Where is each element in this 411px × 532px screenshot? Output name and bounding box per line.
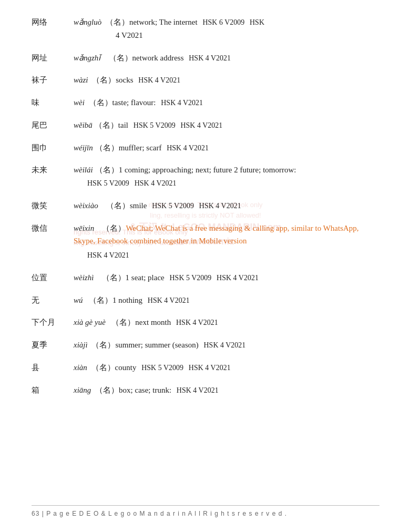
entry-weiba: 尾巴 wěibā（名）tail HSK 5 V2009 HSK 4 V2021 [32, 119, 379, 132]
hsk-weizhi-1: HSK 5 V2009 [169, 274, 211, 282]
pinyin-weixiao: wèixiào [74, 201, 98, 210]
content-wazi: wàzi （名）socks HSK 4 V2021 [74, 74, 379, 87]
pinyin-wangluo: wǎngluò [74, 18, 101, 26]
weilai-line2: HSK 5 V2009 HSK 4 V2021 [32, 177, 379, 190]
entry-wangluo: 网络 wǎngluò （名）network; The internet HSK … [32, 16, 379, 42]
entry-xiageyue: 下个月 xià gè yuè （名）next month HSK 4 V2021 [32, 316, 379, 329]
content-wei: wèi （名）taste; flavour: HSK 4 V2021 [74, 96, 379, 109]
entry-wangzhi: 网址 wǎngzhǐ （名）network address HSK 4 V202… [32, 52, 379, 65]
hsk-wangluo-2: HSK [250, 18, 264, 26]
entry-weijin: 围巾 wéijīn（名）muffler; scarf HSK 4 V2021 [32, 141, 379, 155]
pinyin-xian: xiàn [74, 363, 87, 372]
hsk-weilai-2: HSK 4 V2021 [135, 179, 177, 187]
weixin-line3: HSK 4 V2021 [32, 249, 379, 262]
content-xiang: xiāng （名）box; case; trunk: HSK 4 V2021 [74, 384, 379, 397]
hsk-xian-1: HSK 5 V2009 [141, 364, 183, 372]
chinese-xian: 县 [32, 361, 74, 374]
entry-xiaji: 夏季 xiàjì （名）summer; summer (season) HSK … [32, 339, 379, 352]
chinese-wangzhi: 网址 [32, 52, 74, 65]
content-wangzhi: wǎngzhǐ （名）network address HSK 4 V2021 [74, 52, 379, 65]
hsk-weixin: HSK 4 V2021 [87, 251, 129, 259]
pinyin-weiba: wěibā [74, 121, 93, 129]
entry-wei: 味 wèi （名）taste; flavour: HSK 4 V2021 [32, 96, 379, 109]
pinyin-weizhi: wèizhì [74, 273, 94, 282]
wangluo-line2: 4 V2021 [32, 29, 379, 42]
hsk-weiba-2: HSK 4 V2021 [180, 121, 222, 129]
hsk-wei: HSK 4 V2021 [161, 99, 203, 107]
hsk-wu: HSK 4 V2021 [148, 296, 190, 304]
content-weixin: wēixin （名）WeChat; WeChat is a free messa… [74, 222, 379, 248]
chinese-weixin: 微信 [32, 222, 74, 235]
content-wu: wú （名）1 nothing HSK 4 V2021 [74, 294, 379, 307]
pinyin-weilai: wèilái [74, 166, 93, 174]
hsk-weiba-1: HSK 5 V2009 [133, 121, 176, 129]
entries-container: 网络 wǎngluò （名）network; The internet HSK … [32, 16, 379, 396]
entry-weixiao: 微笑 wèixiào （名）smile HSK 5 V2009 HSK 4 V2… [32, 199, 379, 212]
chinese-xiaji: 夏季 [32, 339, 74, 352]
footer-text: 63 | P a g e E D E O & L e g o o M a n d… [32, 510, 287, 517]
hsk-xiageyue: HSK 4 V2021 [176, 319, 218, 326]
entry-wu: 无 wú （名）1 nothing HSK 4 V2021 [32, 294, 379, 307]
hsk-weixiao-1: HSK 5 V2009 [152, 202, 194, 210]
entry-weixin: 微信 wēixin （名）WeChat; WeChat is a free me… [32, 222, 379, 262]
hsk-weizhi-2: HSK 4 V2021 [217, 274, 259, 282]
pinyin-weijin: wéijīn [74, 144, 93, 152]
content-weiba: wěibā（名）tail HSK 5 V2009 HSK 4 V2021 [74, 119, 379, 132]
hsk-weixiao-2: HSK 4 V2021 [199, 202, 241, 210]
pinyin-wangzhi: wǎngzhǐ [74, 54, 100, 62]
chinese-weizhi: 位置 [32, 271, 74, 284]
hsk-weijin: HSK 4 V2021 [167, 144, 209, 152]
chinese-xiageyue: 下个月 [32, 316, 74, 329]
content-xian: xiàn （名）county HSK 5 V2009 HSK 4 V2021 [74, 361, 379, 374]
pinyin-wu: wú [74, 296, 83, 304]
entry-wazi: 袜子 wàzi （名）socks HSK 4 V2021 [32, 74, 379, 87]
content-weijin: wéijīn（名）muffler; scarf HSK 4 V2021 [74, 141, 379, 155]
hsk-weilai-1: HSK 5 V2009 [87, 179, 129, 187]
chinese-xiang: 箱 [32, 384, 74, 397]
def-wangluo: （名）network; The internet [106, 18, 198, 26]
chinese-wazi: 袜子 [32, 74, 74, 87]
hsk-xian-2: HSK 4 V2021 [189, 364, 231, 372]
entry-xian: 县 xiàn （名）county HSK 5 V2009 HSK 4 V2021 [32, 361, 379, 374]
pinyin-xiageyue: xià gè yuè [74, 318, 106, 326]
pinyin-wei: wèi [74, 98, 85, 107]
hsk-wangluo-1: HSK 6 V2009 [202, 18, 244, 26]
chinese-weixiao: 微笑 [32, 199, 74, 212]
chinese-wu: 无 [32, 294, 74, 307]
def-weixin-orange: WeChat; WeChat is a free messaging & cal… [74, 224, 359, 245]
hsk-wangzhi: HSK 4 V2021 [189, 54, 231, 62]
content-xiaji: xiàjì （名）summer; summer (season) HSK 4 V… [74, 339, 379, 352]
content-weixiao: wèixiào （名）smile HSK 5 V2009 HSK 4 V2021 [74, 199, 379, 212]
chinese-weiba: 尾巴 [32, 119, 74, 132]
content-weilai: wèilái（名）1 coming; approaching; next; fu… [74, 163, 379, 177]
hsk-wazi: HSK 4 V2021 [138, 76, 180, 84]
entry-weizhi: 位置 wèizhì （名）1 seat; place HSK 5 V2009 H… [32, 271, 379, 284]
chinese-wei: 味 [32, 96, 74, 109]
entry-xiang: 箱 xiāng （名）box; case; trunk: HSK 4 V2021 [32, 384, 379, 397]
chinese-weijin: 围巾 [32, 141, 74, 155]
pinyin-xiang: xiāng [74, 386, 91, 394]
entry-weilai: 未来 wèilái（名）1 coming; approaching; next;… [32, 163, 379, 190]
chinese-wangluo: 网络 [32, 16, 74, 29]
pinyin-xiaji: xiàjì [74, 341, 88, 349]
chinese-weilai: 未来 [32, 163, 74, 177]
pinyin-weixin: wēixin [74, 224, 94, 232]
content-weizhi: wèizhì （名）1 seat; place HSK 5 V2009 HSK … [74, 271, 379, 284]
hsk-xiang: HSK 4 V2021 [177, 386, 219, 394]
content-xiageyue: xià gè yuè （名）next month HSK 4 V2021 [74, 316, 379, 329]
hsk-xiaji: HSK 4 V2021 [203, 341, 245, 349]
footer: 63 | P a g e E D E O & L e g o o M a n d… [32, 505, 379, 517]
pinyin-wazi: wàzi [74, 76, 88, 84]
content-wangluo: wǎngluò （名）network; The internet HSK 6 V… [74, 16, 379, 29]
